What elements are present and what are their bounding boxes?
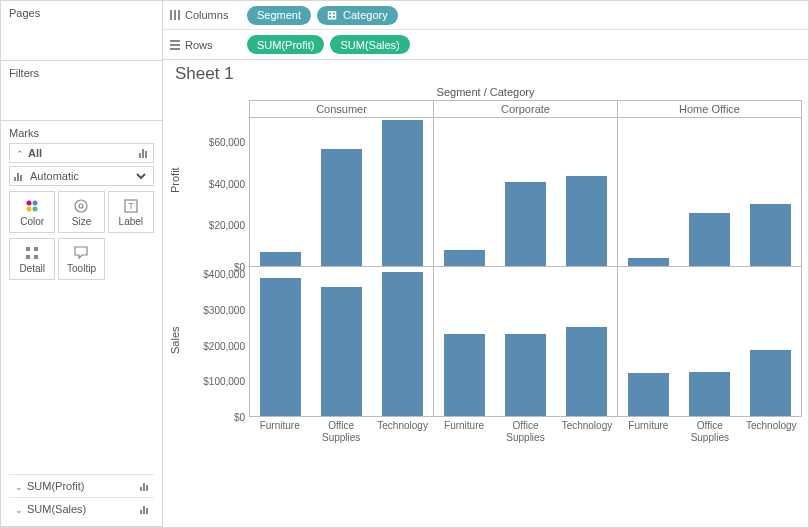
plot-segment [249,267,433,417]
svg-rect-11 [34,255,38,259]
bar-chart-icon [140,481,148,491]
chevron-down-icon: ⌄ [15,482,23,492]
plot-segment [249,117,433,267]
bar[interactable] [321,287,362,416]
bar[interactable] [260,278,301,416]
columns-icon [169,9,181,21]
svg-point-4 [75,200,87,212]
svg-point-1 [33,200,38,205]
columns-shelf[interactable]: Columns Segment ⊞Category [163,1,808,30]
bar[interactable] [321,149,362,266]
bar[interactable] [505,334,546,416]
bar[interactable] [444,334,485,416]
bar-slot [618,118,679,266]
marks-card: Marks ⌃All Automatic Color Size [1,121,162,527]
pill-category[interactable]: ⊞Category [317,6,398,25]
bar[interactable] [566,327,607,416]
columns-label: Columns [185,9,228,21]
y-tick: $60,000 [209,137,245,148]
bar-slot [250,118,311,266]
bar-slot [372,267,433,416]
tooltip-button[interactable]: Tooltip [58,238,104,280]
marks-measure-profit[interactable]: ⌄SUM(Profit) [9,474,154,497]
size-button[interactable]: Size [58,191,104,233]
chart-row-sales: $0$100,000$200,000$300,000$400,000 [187,267,802,417]
label-button[interactable]: T Label [108,191,154,233]
bar-slot [740,267,801,416]
app-root: Pages Filters Marks ⌃All Automatic Color [0,0,809,528]
mark-type-select[interactable]: Automatic [9,166,154,186]
y-axis-sales-title: Sales [169,260,187,420]
chevron-up-icon: ⌃ [16,149,24,159]
category-labels: FurnitureOfficeSuppliesTechnologyFurnitu… [187,417,802,443]
rows-icon [169,39,181,51]
bar[interactable] [444,250,485,266]
svg-rect-9 [34,247,38,251]
svg-point-2 [27,206,32,211]
side-panels: Pages Filters Marks ⌃All Automatic Color [1,1,163,527]
category-label: OfficeSupplies [679,417,740,443]
pill-sum-sales[interactable]: SUM(Sales) [330,35,409,54]
bar-slot [740,118,801,266]
segment-header: Corporate [433,100,617,117]
label-icon: T [123,198,139,214]
plot-segment [433,267,617,417]
marks-title: Marks [9,127,154,143]
segment-header: Home Office [617,100,802,117]
expand-icon: ⊞ [327,8,337,22]
category-label: OfficeSupplies [495,417,556,443]
rows-shelf[interactable]: Rows SUM(Profit) SUM(Sales) [163,30,808,59]
plot-segment [617,117,802,267]
pill-segment[interactable]: Segment [247,6,311,25]
svg-rect-15 [170,40,180,42]
bar-slot [372,118,433,266]
category-label: OfficeSupplies [310,417,371,443]
detail-icon [24,245,40,261]
bar[interactable] [750,350,791,416]
sheet: Sheet 1 Segment / Category Profit Sales … [163,60,808,527]
bar[interactable] [382,120,423,266]
bar[interactable] [505,182,546,266]
svg-point-5 [79,204,83,208]
bar-slot [556,267,617,416]
marks-all-label: All [28,147,42,159]
category-label: Technology [741,417,802,443]
marks-measure-sales[interactable]: ⌄SUM(Sales) [9,497,154,520]
svg-point-0 [27,200,32,205]
y-tick: $400,000 [203,269,245,280]
category-label: Furniture [249,417,310,443]
bar-slot [495,267,556,416]
y-tick: $300,000 [203,304,245,315]
filters-shelf[interactable]: Filters [1,61,162,121]
marks-all-toggle[interactable]: ⌃All [9,143,154,163]
bar[interactable] [260,252,301,266]
pill-sum-profit[interactable]: SUM(Profit) [247,35,324,54]
pages-shelf[interactable]: Pages [1,1,162,61]
svg-text:T: T [128,201,134,211]
y-ticks-sales: $0$100,000$200,000$300,000$400,000 [187,267,249,417]
bar[interactable] [689,372,730,416]
svg-rect-10 [26,255,30,259]
mark-type-dropdown[interactable]: Automatic [26,169,149,183]
svg-rect-13 [174,10,176,20]
plot-segment [433,117,617,267]
bar-slot [311,118,372,266]
category-label: Technology [372,417,433,443]
bar-slot [556,118,617,266]
bar-slot [250,267,311,416]
detail-button[interactable]: Detail [9,238,55,280]
bar[interactable] [750,204,791,266]
pages-title: Pages [9,7,154,19]
color-button[interactable]: Color [9,191,55,233]
bar-slot [618,267,679,416]
bar[interactable] [382,272,423,416]
bar[interactable] [689,213,730,266]
sheet-title[interactable]: Sheet 1 [169,64,802,86]
bar-slot [679,267,740,416]
bar[interactable] [566,176,607,266]
bar-slot [434,267,495,416]
category-label: Technology [556,417,617,443]
bar-slot [679,118,740,266]
bar[interactable] [628,373,669,416]
bar[interactable] [628,258,669,266]
